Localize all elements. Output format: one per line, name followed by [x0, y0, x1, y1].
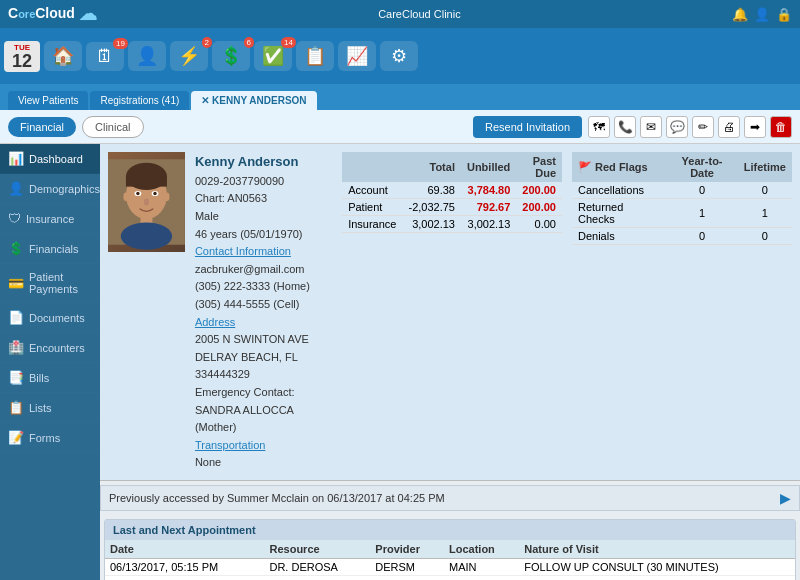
delete-icon[interactable]: 🗑 — [770, 116, 792, 138]
balance-header-unbilled: Unbilled — [461, 152, 516, 182]
patient-email: zacbruker@gmail.com — [195, 261, 332, 279]
svg-point-7 — [153, 192, 156, 195]
top-bar: CoreCloud ☁ CareCloud Clinic 🔔 👤 🔒 — [0, 0, 800, 28]
main-area: 📊 Dashboard 👤 Demographics 🛡 Insurance 💲… — [0, 144, 800, 580]
table-row: Cancellations 0 0 — [572, 182, 792, 199]
patient-id: 0029-2037790090 — [195, 173, 332, 191]
svg-rect-3 — [126, 176, 167, 186]
appt-location-1: MAIN — [444, 558, 519, 575]
appt-col-date: Date — [105, 540, 264, 559]
nav-calendar[interactable]: 🗓19 — [86, 42, 124, 71]
appt-resource-1: DR. DEROSA — [264, 558, 370, 575]
notification-icon[interactable]: 🔔 — [732, 7, 748, 22]
nav-check[interactable]: ✅14 — [254, 41, 292, 71]
contact-info-link[interactable]: Contact Information — [195, 243, 332, 261]
financials-icon: 💲 — [8, 241, 24, 256]
appt-col-nature: Nature of Visit — [519, 540, 795, 559]
nav-chart[interactable]: 📈 — [338, 41, 376, 71]
sidebar-item-insurance[interactable]: 🛡 Insurance — [0, 204, 100, 234]
transportation-label: Transportation — [195, 437, 332, 455]
tab-view-patients[interactable]: View Patients — [8, 91, 88, 110]
prev-accessed-bar: Previously accessed by Summer Mcclain on… — [100, 485, 800, 511]
appointments-box: Last and Next Appointment Date Resource … — [104, 519, 796, 580]
map-icon[interactable]: 🗺 — [588, 116, 610, 138]
documents-icon: 📄 — [8, 310, 24, 325]
sidebar-item-patient-payments[interactable]: 💳 Patient Payments — [0, 264, 100, 303]
nav-patients[interactable]: 👤 — [128, 41, 166, 71]
appointments-title: Last and Next Appointment — [113, 524, 256, 536]
sidebar-item-dashboard[interactable]: 📊 Dashboard — [0, 144, 100, 174]
appt-provider-2: BONES — [370, 575, 444, 580]
lock-icon[interactable]: 🔒 — [776, 7, 792, 22]
action-icons: 🗺 📞 ✉ 💬 ✏ 🖨 ➡ 🗑 — [588, 116, 792, 138]
patient-age-dob: 46 years (05/01/1970) — [195, 226, 332, 244]
balance-total-account: 69.38 — [402, 182, 460, 199]
redflag-checks-ytd: 1 — [666, 199, 737, 228]
tab-kenny-anderson[interactable]: ✕ KENNY ANDERSON — [191, 91, 316, 110]
nav-lightning[interactable]: ⚡2 — [170, 41, 208, 71]
sidebar-item-forms[interactable]: 📝 Forms — [0, 423, 100, 453]
svg-point-8 — [144, 199, 149, 206]
top-icons: 🔔 👤 🔒 — [732, 7, 792, 22]
sidebar-item-bills[interactable]: 📑 Bills — [0, 363, 100, 393]
svg-point-11 — [123, 193, 128, 202]
prev-accessed-text: Previously accessed by Summer Mcclain on… — [109, 492, 445, 504]
emergency-label: Emergency Contact: — [195, 384, 332, 402]
phone-icon[interactable]: 📞 — [614, 116, 636, 138]
svg-point-12 — [164, 193, 169, 202]
sidebar-label-encounters: Encounters — [29, 342, 85, 354]
table-row: 06/13/2017, 05:15 PM DR. DEROSA DERSM MA… — [105, 558, 795, 575]
tab-bar: View Patients Registrations (41) ✕ KENNY… — [0, 84, 800, 110]
sidebar-label-bills: Bills — [29, 372, 49, 384]
sidebar-label-payments: Patient Payments — [29, 271, 92, 295]
user-icon[interactable]: 👤 — [754, 7, 770, 22]
nav-gear[interactable]: ⚙ — [380, 41, 418, 71]
print-icon[interactable]: 🖨 — [718, 116, 740, 138]
redflag-denials-ytd: 0 — [666, 228, 737, 245]
patient-chart: Chart: AN0563 — [195, 190, 332, 208]
prev-accessed-arrow[interactable]: ▶ — [780, 490, 791, 506]
patient-address2: DELRAY BEACH, FL 334444329 — [195, 349, 332, 384]
table-row: Patient -2,032.75 792.67 200.00 — [342, 199, 562, 216]
financial-button[interactable]: Financial — [8, 117, 76, 137]
clinical-button[interactable]: Clinical — [82, 116, 143, 138]
balance-label-account: Account — [342, 182, 402, 199]
table-row: 06/14/2017, 09:15 AM DR. BONES BONES MEM… — [105, 575, 795, 580]
patient-phone-cell: (305) 444-5555 (Cell) — [195, 296, 332, 314]
forward-icon[interactable]: ➡ — [744, 116, 766, 138]
payments-icon: 💳 — [8, 276, 24, 291]
sidebar-label-demographics: Demographics — [29, 183, 100, 195]
resend-invitation-button[interactable]: Resend Invitation — [473, 116, 582, 138]
sidebar-item-documents[interactable]: 📄 Documents — [0, 303, 100, 333]
balance-pastdue-patient: 200.00 — [516, 199, 562, 216]
redflag-denials: Denials — [572, 228, 666, 245]
appointments-header: Last and Next Appointment — [105, 520, 795, 540]
patient-info: Kenny Anderson 0029-2037790090 Chart: AN… — [195, 152, 332, 472]
envelope-icon[interactable]: ✉ — [640, 116, 662, 138]
patient-gender: Male — [195, 208, 332, 226]
red-flags-table: 🚩 Red Flags Year-to-Date Lifetime Cancel… — [572, 152, 792, 472]
balance-unbilled-patient: 792.67 — [461, 199, 516, 216]
balance-label-patient: Patient — [342, 199, 402, 216]
redflag-denials-lifetime: 0 — [738, 228, 792, 245]
appt-col-resource: Resource — [264, 540, 370, 559]
chat-icon[interactable]: 💬 — [666, 116, 688, 138]
pencil-icon[interactable]: ✏ — [692, 116, 714, 138]
sidebar-label-financials: Financials — [29, 243, 79, 255]
patient-header: Kenny Anderson 0029-2037790090 Chart: AN… — [100, 144, 800, 481]
emergency-name: SANDRA ALLOCCA (Mother) — [195, 402, 332, 437]
sidebar-item-encounters[interactable]: 🏥 Encounters — [0, 333, 100, 363]
sidebar-item-financials[interactable]: 💲 Financials — [0, 234, 100, 264]
nav-clipboard[interactable]: 📋 — [296, 41, 334, 71]
tab-registrations[interactable]: Registrations (41) — [90, 91, 189, 110]
nav-dollar[interactable]: 💲6 — [212, 41, 250, 71]
lists-icon: 📋 — [8, 400, 24, 415]
nav-home[interactable]: 🏠 — [44, 41, 82, 71]
sidebar-item-demographics[interactable]: 👤 Demographics — [0, 174, 100, 204]
appt-date-2: 06/14/2017, 09:15 AM — [105, 575, 264, 580]
balance-pastdue-account: 200.00 — [516, 182, 562, 199]
table-row: Account 69.38 3,784.80 200.00 — [342, 182, 562, 199]
redflag-cancellations-lifetime: 0 — [738, 182, 792, 199]
bills-icon: 📑 — [8, 370, 24, 385]
sidebar-item-lists[interactable]: 📋 Lists — [0, 393, 100, 423]
